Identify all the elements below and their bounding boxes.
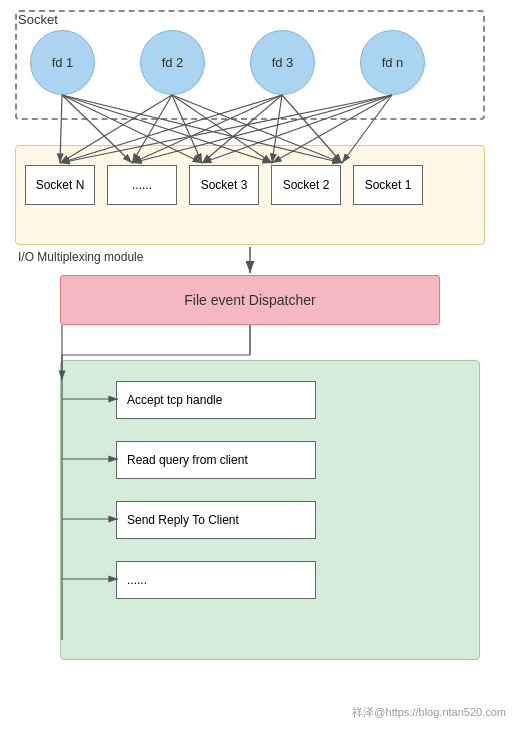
handler-reply: Send Reply To Client [116, 501, 316, 539]
diagram-container: Socket fd 1 fd 2 fd 3 fd n Socket N ....… [0, 0, 516, 730]
socket-items: Socket N ...... Socket 3 Socket 2 Socket… [25, 165, 423, 205]
io-module-label: I/O Multiplexing module [18, 250, 143, 264]
handlers-box: Accept tcp handle Read query from client… [60, 360, 480, 660]
fd-circle-1: fd 1 [30, 30, 95, 95]
fd-circle-4: fd n [360, 30, 425, 95]
fd-circle-3: fd 3 [250, 30, 315, 95]
socket-item-3: Socket 3 [189, 165, 259, 205]
handler-dots: ...... [116, 561, 316, 599]
socket-item-n: Socket N [25, 165, 95, 205]
fd-circle-2: fd 2 [140, 30, 205, 95]
handler-accept: Accept tcp handle [116, 381, 316, 419]
dispatcher-box: File event Dispatcher [60, 275, 440, 325]
socket-item-1: Socket 1 [353, 165, 423, 205]
socket-item-2: Socket 2 [271, 165, 341, 205]
dispatcher-label: File event Dispatcher [184, 292, 316, 308]
socket-label: Socket [18, 12, 58, 27]
handler-read: Read query from client [116, 441, 316, 479]
watermark: 祥泽@https://blog.ntan520.com [352, 705, 506, 720]
fd-circles: fd 1 fd 2 fd 3 fd n [30, 30, 425, 95]
socket-item-dots: ...... [107, 165, 177, 205]
